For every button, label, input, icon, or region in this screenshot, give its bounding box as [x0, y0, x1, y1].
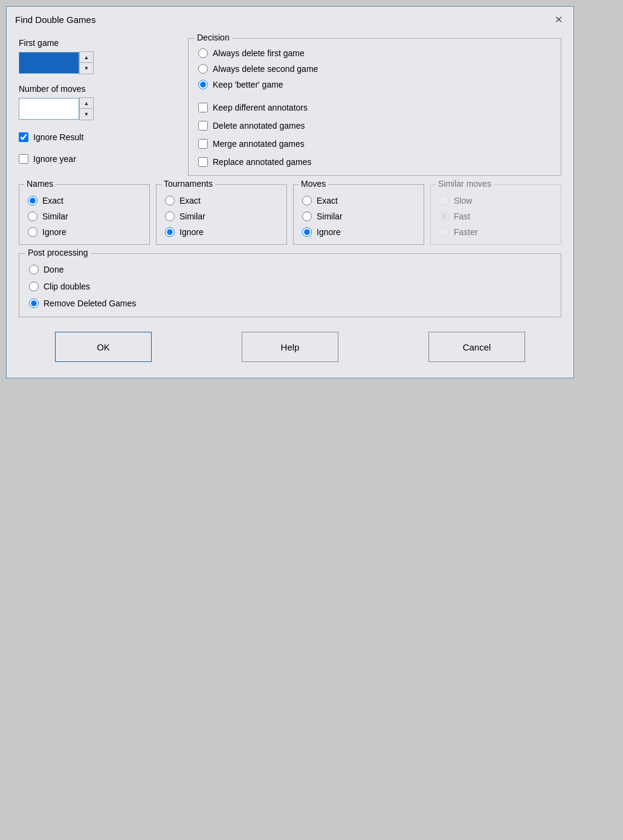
number-of-moves-label: Number of moves	[19, 84, 176, 94]
similar-moves-legend: Similar moves	[436, 179, 494, 189]
post-done-radio[interactable]	[29, 265, 39, 274]
always-delete-second-radio[interactable]	[198, 64, 208, 74]
moves-legend: Moves	[299, 179, 328, 189]
title-bar: Find Double Games ✕	[7, 7, 573, 31]
always-delete-first-label: Always delete first game	[213, 48, 305, 58]
delete-annotated-checkbox[interactable]	[198, 121, 208, 131]
similar-moves-radio-list: Slow Fast Faster	[439, 196, 552, 237]
post-remove-radio[interactable]	[29, 299, 39, 308]
similar-moves-group-box: Similar moves Slow Fast Faster	[430, 184, 561, 245]
names-ignore-row: Ignore	[28, 227, 141, 237]
decision-checkboxes: Keep different annotators Delete annotat…	[198, 100, 551, 167]
keep-different-annotators-row: Keep different annotators	[198, 103, 551, 112]
post-done-row: Done	[29, 265, 551, 274]
delete-annotated-row: Delete annotated games	[198, 121, 551, 131]
moves-similar-row: Similar	[302, 212, 415, 221]
tournaments-exact-label: Exact	[179, 196, 201, 205]
sim-faster-row: Faster	[439, 227, 552, 237]
ignore-year-label: Ignore year	[33, 154, 76, 164]
ignore-result-label: Ignore Result	[33, 132, 83, 142]
always-delete-first-row: Always delete first game	[198, 48, 551, 58]
first-game-down-button[interactable]: ▼	[80, 63, 93, 74]
dialog-title: Find Double Games	[15, 15, 95, 25]
keep-different-annotators-label: Keep different annotators	[213, 103, 308, 112]
names-group-box: Names Exact Similar Ignore	[19, 184, 150, 245]
names-exact-radio[interactable]	[28, 196, 37, 205]
ignore-result-checkbox[interactable]	[19, 132, 28, 142]
always-delete-second-row: Always delete second game	[198, 64, 551, 74]
sim-fast-row: Fast	[439, 212, 552, 221]
ignore-result-row: Ignore Result	[19, 132, 176, 142]
number-of-moves-input[interactable]: 0	[19, 98, 79, 120]
ok-button[interactable]: OK	[55, 332, 152, 362]
tournaments-similar-radio[interactable]	[165, 212, 175, 221]
find-double-games-dialog: Find Double Games ✕ First game 1 ▲ ▼	[6, 6, 574, 378]
ignore-year-row: Ignore year	[19, 154, 176, 164]
tournaments-radio-list: Exact Similar Ignore	[165, 196, 278, 237]
tournaments-exact-radio[interactable]	[165, 196, 175, 205]
names-similar-row: Similar	[28, 212, 141, 221]
cancel-button[interactable]: Cancel	[428, 332, 525, 362]
moves-similar-radio[interactable]	[302, 212, 312, 221]
moves-ignore-radio[interactable]	[302, 227, 312, 237]
dialog-content: First game 1 ▲ ▼ Number of moves 0	[7, 31, 573, 378]
replace-annotated-checkbox[interactable]	[198, 157, 208, 167]
post-done-label: Done	[44, 265, 63, 274]
number-of-moves-down-button[interactable]: ▼	[80, 109, 93, 120]
sim-faster-label: Faster	[454, 227, 478, 237]
tournaments-ignore-radio[interactable]	[165, 227, 175, 237]
replace-annotated-row: Replace annotated games	[198, 157, 551, 167]
moves-similar-label: Similar	[317, 212, 343, 221]
tournaments-legend: Tournaments	[161, 179, 215, 189]
number-of-moves-spinner: 0 ▲ ▼	[19, 97, 176, 120]
sim-fast-radio	[439, 212, 449, 221]
tournaments-ignore-row: Ignore	[165, 227, 278, 237]
keep-better-radio[interactable]	[198, 80, 208, 89]
sim-faster-radio	[439, 227, 449, 237]
sim-slow-row: Slow	[439, 196, 552, 205]
moves-exact-row: Exact	[302, 196, 415, 205]
post-remove-label: Remove Deleted Games	[44, 299, 136, 308]
keep-different-annotators-checkbox[interactable]	[198, 103, 208, 112]
decision-panel: Decision Always delete first game Always…	[188, 38, 561, 176]
tournaments-similar-label: Similar	[179, 212, 205, 221]
decision-legend: Decision	[195, 33, 232, 42]
moves-ignore-row: Ignore	[302, 227, 415, 237]
post-clip-radio[interactable]	[29, 282, 39, 291]
moves-exact-radio[interactable]	[302, 196, 312, 205]
first-game-group: First game 1 ▲ ▼	[19, 38, 176, 74]
moves-group-box: Moves Exact Similar Ignore	[293, 184, 424, 245]
names-ignore-radio[interactable]	[28, 227, 37, 237]
moves-ignore-label: Ignore	[317, 227, 341, 237]
tournaments-group-box: Tournaments Exact Similar Ignore	[156, 184, 287, 245]
post-processing-legend: Post processing	[25, 248, 91, 257]
first-game-up-button[interactable]: ▲	[80, 52, 93, 63]
names-ignore-label: Ignore	[42, 227, 66, 237]
sim-fast-label: Fast	[454, 212, 470, 221]
first-game-spinner: 1 ▲ ▼	[19, 51, 176, 74]
moves-radio-list: Exact Similar Ignore	[302, 196, 415, 237]
number-of-moves-up-button[interactable]: ▲	[80, 98, 93, 109]
first-game-input[interactable]: 1	[19, 52, 79, 74]
names-exact-row: Exact	[28, 196, 141, 205]
names-similar-radio[interactable]	[28, 212, 37, 221]
tournaments-ignore-label: Ignore	[179, 227, 204, 237]
names-legend: Names	[24, 179, 56, 189]
tournaments-exact-row: Exact	[165, 196, 278, 205]
close-button[interactable]: ✕	[552, 13, 565, 26]
left-panel: First game 1 ▲ ▼ Number of moves 0	[19, 38, 176, 164]
merge-annotated-row: Merge annotated games	[198, 139, 551, 149]
always-delete-first-radio[interactable]	[198, 48, 208, 58]
merge-annotated-checkbox[interactable]	[198, 139, 208, 149]
help-button[interactable]: Help	[242, 332, 338, 362]
replace-annotated-label: Replace annotated games	[213, 157, 311, 167]
names-radio-list: Exact Similar Ignore	[28, 196, 141, 237]
sim-slow-radio	[439, 196, 449, 205]
number-of-moves-group: Number of moves 0 ▲ ▼	[19, 84, 176, 120]
moves-exact-label: Exact	[317, 196, 338, 205]
keep-better-row: Keep 'better' game	[198, 80, 551, 89]
ignore-year-checkbox[interactable]	[19, 154, 28, 164]
post-remove-row: Remove Deleted Games	[29, 299, 551, 308]
tournaments-similar-row: Similar	[165, 212, 278, 221]
decision-radio-group: Always delete first game Always delete s…	[198, 48, 551, 89]
